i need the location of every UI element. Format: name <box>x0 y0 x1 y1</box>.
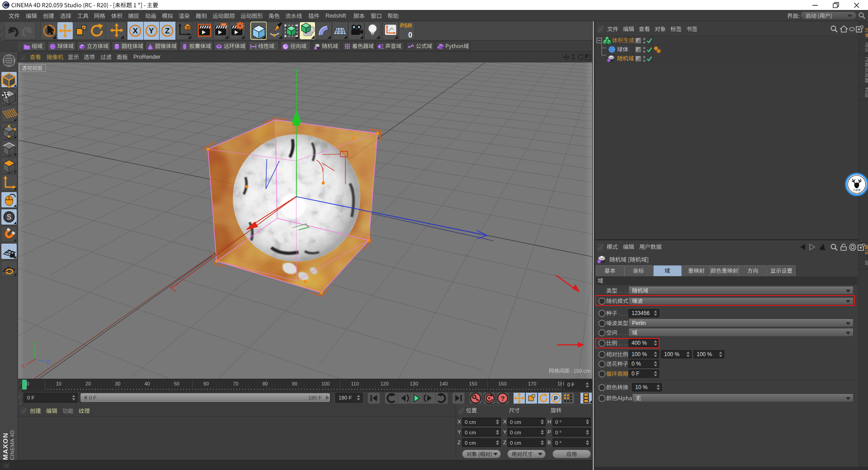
svg-text:P: P <box>554 395 558 402</box>
svg-text:S: S <box>7 213 12 221</box>
svg-text:Y: Y <box>33 341 36 346</box>
svg-text:CINEMA 4D: CINEMA 4D <box>9 430 15 461</box>
svg-text:?: ? <box>500 395 505 402</box>
svg-text:Z: Z <box>47 360 49 365</box>
svg-text:MAXON: MAXON <box>1 432 9 460</box>
